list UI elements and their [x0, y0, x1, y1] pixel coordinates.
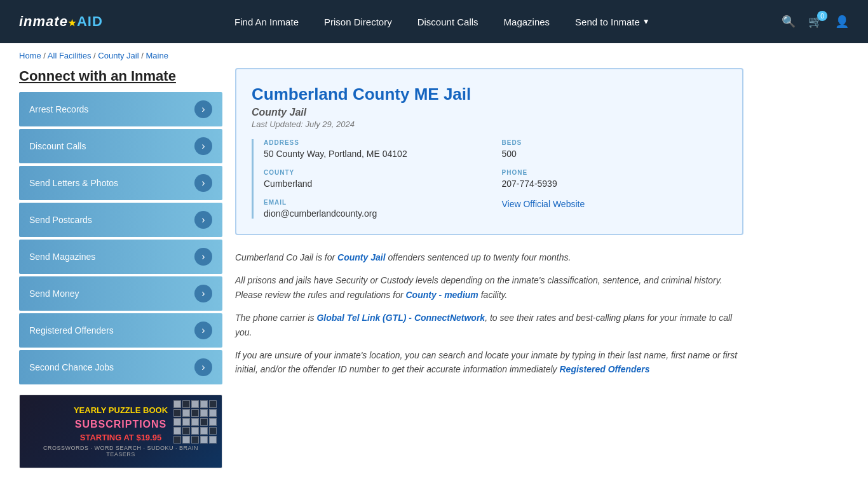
breadcrumb-state[interactable]: Maine: [146, 51, 168, 60]
description-para-2: All prisons and jails have Security or C…: [235, 273, 743, 302]
county-value: Cumberland: [264, 179, 489, 189]
arrow-icon: ›: [194, 100, 212, 118]
sidebar-item-arrest-records[interactable]: Arrest Records ›: [19, 92, 222, 126]
main-nav: Find An Inmate Prison Directory Discount…: [103, 17, 782, 27]
crossword-decoration: [173, 400, 217, 444]
website-block: View Official Website: [502, 199, 728, 219]
description-para-1: Cumberland Co Jail is for County Jail of…: [235, 250, 743, 264]
logo-inmate: inmate: [19, 13, 68, 29]
address-value: 50 County Way, Portland, ME 04102: [264, 149, 489, 159]
user-icon[interactable]: 👤: [835, 15, 849, 29]
gtl-link[interactable]: Global Tel Link (GTL) - ConnectNetwork: [316, 313, 485, 323]
site-header: inmate★AID Find An Inmate Prison Directo…: [0, 0, 868, 43]
logo-star: ★: [68, 18, 77, 28]
address-label: ADDRESS: [264, 139, 489, 146]
county-medium-link[interactable]: County - medium: [405, 290, 478, 300]
phone-value: 207-774-5939: [502, 179, 728, 189]
sidebar-item-send-magazines[interactable]: Send Magazines ›: [19, 240, 222, 274]
sidebar-item-send-letters-photos[interactable]: Send Letters & Photos ›: [19, 166, 222, 200]
breadcrumb-home[interactable]: Home: [19, 51, 41, 60]
email-block: EMAIL dion@cumberlandcounty.org: [264, 199, 489, 219]
main-layout: Connect with an Inmate Arrest Records › …: [0, 68, 763, 487]
beds-value: 500: [502, 149, 728, 159]
nav-prison-directory[interactable]: Prison Directory: [324, 17, 392, 27]
email-value: dion@cumberlandcounty.org: [264, 208, 489, 219]
breadcrumb-county-jail[interactable]: County Jail: [98, 51, 139, 60]
beds-block: BEDS 500: [502, 139, 728, 159]
sidebar-item-send-money[interactable]: Send Money ›: [19, 276, 222, 311]
breadcrumb-all-facilities[interactable]: All Facilities: [48, 51, 92, 60]
county-label: COUNTY: [264, 169, 489, 176]
logo[interactable]: inmate★AID: [19, 13, 103, 30]
cart-badge: 0: [817, 11, 827, 21]
arrow-icon: ›: [194, 174, 212, 192]
facility-description: Cumberland Co Jail is for County Jail of…: [235, 248, 743, 388]
facility-info-grid: ADDRESS 50 County Way, Portland, ME 0410…: [252, 139, 727, 219]
nav-magazines[interactable]: Magazines: [504, 17, 550, 27]
dropdown-arrow-icon: ▼: [642, 17, 650, 26]
arrow-icon: ›: [194, 285, 212, 302]
search-icon[interactable]: 🔍: [782, 15, 796, 29]
address-block: ADDRESS 50 County Way, Portland, ME 0410…: [264, 139, 489, 159]
facility-card: Cumberland County ME Jail County Jail La…: [235, 68, 743, 235]
nav-find-inmate[interactable]: Find An Inmate: [234, 17, 299, 27]
description-para-3: The phone carrier is Global Tel Link (GT…: [235, 311, 743, 339]
registered-offenders-link[interactable]: Registered Offenders: [559, 364, 649, 374]
arrow-icon: ›: [194, 358, 212, 376]
arrow-icon: ›: [194, 211, 212, 229]
logo-aid: AID: [77, 13, 103, 29]
phone-label: PHONE: [502, 169, 728, 176]
arrow-icon: ›: [194, 137, 212, 155]
county-jail-link[interactable]: County Jail: [337, 252, 385, 262]
facility-last-updated: Last Updated: July 29, 2024: [252, 119, 727, 129]
nav-discount-calls[interactable]: Discount Calls: [417, 17, 478, 27]
header-actions: 🔍 🛒 0 👤: [782, 15, 849, 29]
main-content: Cumberland County ME Jail County Jail La…: [235, 68, 743, 468]
sidebar: Connect with an Inmate Arrest Records › …: [19, 68, 222, 468]
beds-label: BEDS: [502, 139, 728, 146]
breadcrumb: Home / All Facilities / County Jail / Ma…: [0, 43, 868, 68]
ad-content: YEARLY PUZZLE BOOK SUBSCRIPTIONS STARTIN…: [20, 395, 222, 468]
sidebar-item-second-chance-jobs[interactable]: Second Chance Jobs ›: [19, 350, 222, 384]
advertisement-banner[interactable]: YEARLY PUZZLE BOOK SUBSCRIPTIONS STARTIN…: [19, 395, 222, 468]
email-label: EMAIL: [264, 199, 489, 206]
sidebar-menu: Arrest Records › Discount Calls › Send L…: [19, 92, 222, 384]
arrow-icon: ›: [194, 322, 212, 339]
cart-icon[interactable]: 🛒 0: [808, 15, 822, 29]
sidebar-item-discount-calls[interactable]: Discount Calls ›: [19, 129, 222, 163]
description-para-4: If you are unsure of your inmate's locat…: [235, 348, 743, 377]
phone-block: PHONE 207-774-5939: [502, 169, 728, 189]
county-block: COUNTY Cumberland: [264, 169, 489, 189]
view-official-website-link[interactable]: View Official Website: [502, 199, 585, 209]
sidebar-item-registered-offenders[interactable]: Registered Offenders ›: [19, 313, 222, 348]
nav-send-to-inmate[interactable]: Send to Inmate ▼: [575, 17, 650, 27]
sidebar-item-send-postcards[interactable]: Send Postcards ›: [19, 203, 222, 237]
facility-type: County Jail: [252, 107, 727, 118]
ad-description: CROSSWORDS · WORD SEARCH · SUDOKU · BRAI…: [30, 445, 212, 458]
arrow-icon: ›: [194, 248, 212, 266]
sidebar-title: Connect with an Inmate: [19, 68, 222, 85]
logo-text: inmate★AID: [19, 13, 103, 30]
facility-name: Cumberland County ME Jail: [252, 85, 727, 104]
